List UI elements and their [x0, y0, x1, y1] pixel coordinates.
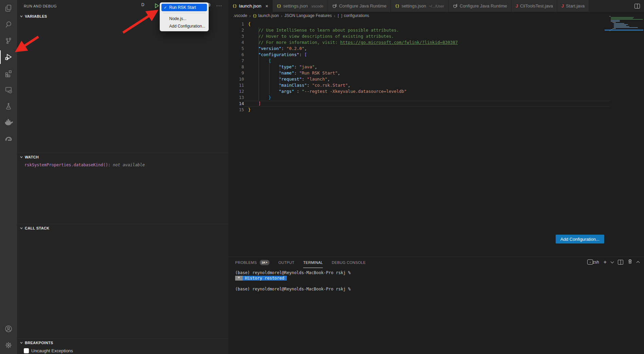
code-line-13[interactable]: 13 }: [228, 95, 644, 101]
line-number[interactable]: 7: [228, 58, 244, 64]
editor-tab-settings-json[interactable]: {}settings.json~/.../User: [391, 0, 448, 12]
source-control-icon[interactable]: [0, 33, 17, 49]
minimap-line: [614, 23, 624, 24]
menu-item-nodejs[interactable]: Node.js...: [160, 15, 209, 22]
line-number[interactable]: 11: [228, 82, 244, 88]
code-line-14[interactable]: 14 ]: [228, 101, 644, 107]
close-icon[interactable]: ×: [265, 3, 268, 9]
minimap-line: [614, 24, 628, 25]
java-runtime-icon: [453, 3, 458, 9]
line-number[interactable]: 10: [228, 76, 244, 82]
kill-terminal-icon[interactable]: [628, 259, 632, 265]
minimap-current-line: [605, 30, 643, 31]
java-icon: J: [516, 3, 518, 9]
extensions-icon[interactable]: [0, 65, 17, 82]
search-icon[interactable]: [0, 16, 17, 33]
code-line-7[interactable]: 7 {: [228, 58, 644, 64]
code-line-10[interactable]: 10 "request": "launch",: [228, 76, 644, 82]
breadcrumb-item-configurations[interactable]: [ ]configurations: [337, 13, 369, 18]
panel-tab-output[interactable]: OUTPUT: [278, 257, 294, 268]
line-number[interactable]: 1: [228, 21, 244, 27]
variables-section: VARIABLES: [17, 12, 228, 153]
editor-tab-configure-java-runtime[interactable]: Configure Java Runtime: [449, 0, 511, 12]
activity-bar: [0, 0, 17, 354]
tab-label: launch.json: [239, 3, 261, 9]
code-line-6[interactable]: 6 "configurations": [: [228, 52, 644, 58]
panel-tab-bar: PROBLEMS1K+OUTPUTTERMINALDEBUG CONSOLE: [228, 257, 644, 268]
watch-expression-row[interactable]: rskSystemProperties.databaseKind(): not …: [17, 161, 228, 167]
code-line-12[interactable]: 12 "args" : "--regtest -Xkeyvalue.dataso…: [228, 88, 644, 95]
line-number[interactable]: 2: [228, 27, 244, 33]
chevron-down-icon: [20, 155, 23, 159]
add-configuration-button[interactable]: Add Configuration...: [556, 235, 604, 243]
current-line-highlight: [244, 101, 610, 107]
line-number[interactable]: 12: [228, 88, 244, 95]
gradle-elephant-icon[interactable]: [0, 131, 17, 147]
accounts-icon[interactable]: [0, 321, 17, 337]
tab-label: settings.json: [283, 3, 308, 9]
code-line-8[interactable]: 8 "type": "java",: [228, 64, 644, 70]
more-actions-icon[interactable]: ···: [216, 2, 222, 8]
editor-region: {}launch.json×{}settings.json.vscodeConf…: [228, 0, 644, 354]
editor-tab-start-java[interactable]: JStart.java: [557, 0, 589, 12]
docker-icon[interactable]: [0, 114, 17, 131]
split-editor-icon[interactable]: [634, 4, 640, 9]
breadcrumb-item-json-language-features[interactable]: JSON Language Features: [284, 13, 332, 18]
line-number[interactable]: 4: [228, 39, 244, 46]
call-stack-section: CALL STACK: [17, 224, 228, 338]
line-number[interactable]: 6: [228, 52, 244, 58]
code-line-5[interactable]: 5 "version": "0.2.0",: [228, 46, 644, 52]
code-line-3[interactable]: 3 // Hover to view descriptions of exist…: [228, 33, 644, 39]
start-debugging-icon[interactable]: [154, 3, 159, 9]
line-number[interactable]: 15: [228, 107, 244, 113]
line-number[interactable]: 9: [228, 70, 244, 76]
call-stack-section-header[interactable]: CALL STACK: [17, 224, 228, 232]
editor-tab-clitoolstest-java[interactable]: JCliToolsTest.java: [511, 0, 557, 12]
breakpoints-section-header[interactable]: BREAKPOINTS: [17, 339, 228, 347]
shell-label: zsh: [593, 260, 599, 265]
terminal-content[interactable]: (base) reynoldmorel@Reynolds-MacBook-Pro…: [228, 268, 644, 292]
testing-icon[interactable]: [0, 98, 17, 114]
line-content: // Hover to view descriptions of existin…: [248, 33, 394, 39]
menu-item-add-configuration[interactable]: Add Configuration...: [160, 22, 209, 30]
code-line-15[interactable]: 15}: [228, 107, 644, 113]
run-and-debug-icon[interactable]: [0, 49, 17, 65]
uncaught-exceptions-checkbox[interactable]: [24, 348, 29, 353]
terminal-dropdown-icon[interactable]: [611, 260, 614, 263]
minimap-line: [614, 25, 626, 26]
breadcrumb-item--vscode[interactable]: .vscode: [233, 13, 247, 18]
menu-item-run-rsk-start[interactable]: ✓ Run RSK Start: [161, 4, 207, 11]
panel-tab-problems[interactable]: PROBLEMS1K+: [235, 257, 269, 268]
minimap[interactable]: [609, 16, 643, 31]
code-line-4[interactable]: 4 // For more information, visit: https:…: [228, 39, 644, 46]
remote-explorer-icon[interactable]: [0, 82, 17, 98]
editor-tab-configure-java-runtime[interactable]: Configure Java Runtime: [328, 0, 391, 12]
code-editor[interactable]: 1{2 // Use IntelliSense to learn about p…: [228, 19, 644, 113]
explorer-icon[interactable]: [0, 0, 17, 16]
json-icon: {}: [232, 4, 237, 8]
terminal-shell-item[interactable]: › zsh: [587, 259, 599, 265]
watch-section-header[interactable]: WATCH: [17, 153, 228, 161]
breadcrumb-item-launch-json[interactable]: {}launch.json: [253, 13, 279, 18]
debug-configuration-menu: ✓ Run RSK Start Node.js... Add Configura…: [160, 2, 209, 31]
check-icon: ✓: [164, 5, 167, 10]
line-number[interactable]: 13: [228, 95, 244, 101]
code-line-2[interactable]: 2 // Use IntelliSense to learn about pos…: [228, 27, 644, 33]
line-number[interactable]: 3: [228, 33, 244, 39]
new-terminal-icon[interactable]: +: [604, 259, 607, 265]
line-number[interactable]: 8: [228, 64, 244, 70]
line-number[interactable]: 5: [228, 46, 244, 52]
line-number[interactable]: 14: [228, 101, 244, 107]
code-line-9[interactable]: 9 "name": "Run RSK Start",: [228, 70, 644, 76]
minimap-line: [614, 26, 629, 27]
editor-tab-settings-json[interactable]: {}settings.json.vscode: [273, 0, 328, 12]
editor-tab-launch-json[interactable]: {}launch.json×: [228, 0, 273, 12]
settings-gear-icon[interactable]: [0, 337, 17, 353]
split-terminal-icon[interactable]: [618, 260, 623, 265]
maximize-panel-icon[interactable]: [637, 261, 640, 265]
minimap-line: [611, 21, 620, 22]
code-line-1[interactable]: 1{: [228, 21, 644, 27]
panel-tab-debug-console[interactable]: DEBUG CONSOLE: [332, 257, 366, 268]
code-line-11[interactable]: 11 "mainClass": "co.rsk.Start",: [228, 82, 644, 88]
panel-tab-terminal[interactable]: TERMINAL: [303, 257, 323, 268]
